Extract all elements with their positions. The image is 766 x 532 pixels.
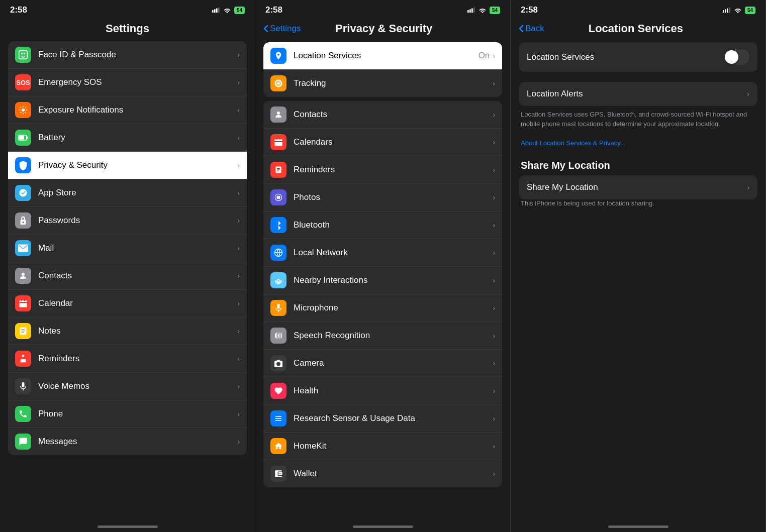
location-toggle-row[interactable]: Location Services (519, 42, 757, 72)
camera-item[interactable]: Camera › (263, 350, 502, 377)
calendars-chevron: › (493, 138, 495, 146)
face-id-label: Face ID & Passcode (38, 50, 237, 60)
local-network-label: Local Network (294, 248, 493, 258)
microphone-label: Microphone (294, 303, 493, 313)
phone-label: Phone (38, 409, 237, 419)
exposure-chevron: › (237, 106, 240, 114)
back-to-privacy[interactable]: Back (519, 24, 544, 34)
passwords-label: Passwords (38, 216, 237, 226)
panel3-title: Location Services (544, 22, 727, 35)
share-my-location-row[interactable]: Share My Location › (519, 175, 757, 199)
battery-1: 54 (234, 7, 245, 14)
nearby-interactions-item[interactable]: Nearby Interactions › (263, 267, 502, 294)
calendar-chevron: › (237, 299, 240, 307)
settings-item-exposure[interactable]: Exposure Notifications › (8, 96, 247, 124)
svg-point-7 (22, 109, 25, 112)
appstore-label: App Store (38, 188, 237, 198)
svg-rect-6 (19, 51, 28, 59)
location-privacy-link[interactable]: About Location Services & Privacy... (521, 139, 626, 147)
home-indicator-3 (511, 521, 765, 532)
photos-icon (270, 189, 286, 205)
bluetooth-item[interactable]: Bluetooth › (263, 211, 502, 239)
privacy-label: Privacy & Security (38, 160, 237, 170)
health-icon (270, 383, 286, 399)
svg-point-12 (23, 222, 24, 223)
settings-item-notes[interactable]: Notes › (8, 317, 247, 345)
contacts-icon (15, 268, 31, 284)
calendar-icon: 15 (15, 295, 31, 311)
research-sensor-item[interactable]: Research Sensor & Usage Data › (263, 405, 502, 433)
signal-icon-2 (467, 7, 475, 13)
tracking-item[interactable]: Tracking › (263, 70, 502, 97)
privacy-scroll[interactable]: Location Services On › Tracking › Contac… (255, 40, 510, 521)
location-services-panel: 2:58 54 Back Location Services Location … (511, 0, 766, 532)
health-item[interactable]: Health › (263, 377, 502, 405)
settings-item-privacy[interactable]: Privacy & Security › (8, 152, 247, 179)
svg-rect-10 (19, 136, 24, 140)
location-toggle-section: Location Services (519, 42, 757, 72)
status-icons-3: 54 (723, 7, 755, 14)
research-sensor-chevron: › (493, 414, 495, 422)
wallet-item[interactable]: Wallet › (263, 460, 502, 487)
settings-item-battery[interactable]: Battery › (8, 124, 247, 152)
reminders-priv-label: Reminders (294, 165, 493, 175)
notes-chevron: › (237, 327, 240, 335)
microphone-item[interactable]: Microphone › (263, 294, 502, 322)
photos-item[interactable]: Photos › (263, 184, 502, 211)
contacts-priv-chevron: › (493, 111, 495, 119)
emergency-label: Emergency SOS (38, 77, 237, 87)
settings-item-reminders[interactable]: Reminders › (8, 345, 247, 373)
location-services-scroll[interactable]: Location Services Location Alerts › Loca… (511, 40, 765, 521)
svg-point-31 (277, 279, 280, 282)
local-network-item[interactable]: Local Network › (263, 239, 502, 267)
settings-item-messages[interactable]: Messages › (8, 428, 247, 455)
location-services-item[interactable]: Location Services On › (263, 42, 502, 70)
reminders-label: Reminders (38, 354, 237, 364)
settings-scroll[interactable]: Face ID & Passcode › SOS Emergency SOS ›… (0, 40, 255, 521)
location-group: Location Services On › Tracking › (263, 42, 502, 97)
status-time-3: 2:58 (521, 5, 538, 15)
microphone-icon (270, 300, 286, 316)
nav-bar-1: Settings (0, 18, 255, 40)
location-alerts-row[interactable]: Location Alerts › (519, 82, 757, 106)
settings-item-voice-memos[interactable]: Voice Memos › (8, 373, 247, 400)
research-sensor-label: Research Sensor & Usage Data (294, 413, 493, 423)
svg-rect-23 (471, 8, 473, 13)
settings-item-passwords[interactable]: Passwords › (8, 207, 247, 235)
speech-recognition-item[interactable]: Speech Recognition › (263, 322, 502, 350)
privacy-list: Contacts › Calendars › Reminders › (263, 101, 502, 487)
voice-memos-chevron: › (237, 382, 240, 390)
svg-rect-3 (218, 8, 220, 13)
mail-icon (15, 240, 31, 256)
location-services-value: On (478, 51, 490, 61)
svg-point-5 (24, 53, 25, 54)
settings-item-phone[interactable]: Phone › (8, 400, 247, 428)
home-indicator-1 (0, 521, 255, 532)
back-to-settings[interactable]: Settings (263, 24, 301, 34)
reminders-priv-item[interactable]: Reminders › (263, 156, 502, 184)
svg-point-4 (22, 53, 23, 54)
settings-item-calendar[interactable]: 15 Calendar › (8, 290, 247, 317)
back-chevron-2 (263, 25, 268, 33)
settings-item-appstore[interactable]: App Store › (8, 179, 247, 207)
share-location-sub-desc: This iPhone is being used for location s… (511, 199, 765, 212)
svg-rect-21 (467, 10, 469, 13)
tracking-icon (270, 75, 286, 91)
reminders-icon (15, 351, 31, 367)
battery-3: 54 (745, 7, 755, 14)
wallet-label: Wallet (294, 469, 493, 479)
contacts-item[interactable]: Contacts › (263, 101, 502, 129)
wallet-icon (270, 466, 286, 482)
homekit-item[interactable]: HomeKit › (263, 433, 502, 460)
settings-item-face-id[interactable]: Face ID & Passcode › (8, 41, 247, 69)
voice-memos-icon (15, 378, 31, 394)
calendars-icon (270, 134, 286, 150)
location-services-toggle[interactable] (724, 49, 749, 65)
settings-item-contacts[interactable]: Contacts › (8, 262, 247, 290)
svg-rect-36 (725, 9, 726, 13)
calendars-item[interactable]: Calendars › (263, 129, 502, 156)
settings-item-emergency[interactable]: SOS Emergency SOS › (8, 69, 247, 96)
svg-rect-38 (729, 8, 730, 13)
messages-chevron: › (237, 438, 240, 446)
settings-item-mail[interactable]: Mail › (8, 235, 247, 262)
